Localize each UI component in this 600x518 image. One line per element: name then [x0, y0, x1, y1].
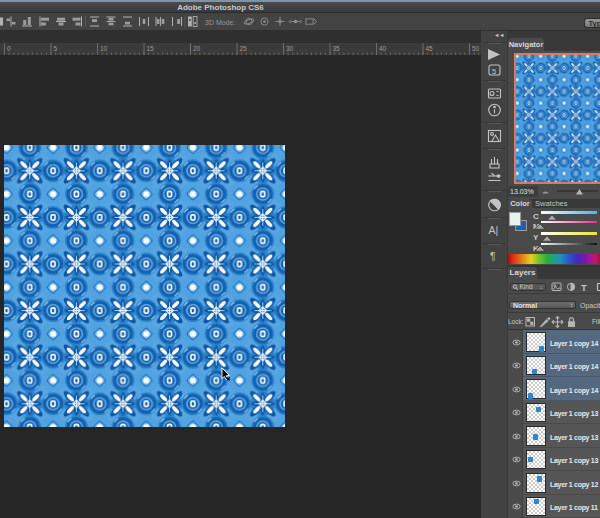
svg-text:¶: ¶	[490, 250, 496, 262]
svg-text:30: 30	[286, 45, 294, 52]
svg-text:0: 0	[7, 45, 11, 52]
svg-text:3D Mode:: 3D Mode:	[205, 19, 235, 26]
svg-text:35: 35	[333, 45, 341, 52]
svg-text:20: 20	[193, 45, 201, 52]
svg-text:25: 25	[240, 45, 248, 52]
svg-text:A|: A|	[489, 224, 499, 236]
svg-text:T: T	[581, 282, 587, 292]
svg-text:10: 10	[100, 45, 108, 52]
svg-text:45: 45	[426, 45, 434, 52]
svg-text:5: 5	[54, 45, 58, 52]
svg-text:5: 5	[492, 67, 496, 76]
svg-text:40: 40	[379, 45, 387, 52]
svg-text:50: 50	[472, 45, 480, 52]
svg-text:15: 15	[147, 45, 155, 52]
